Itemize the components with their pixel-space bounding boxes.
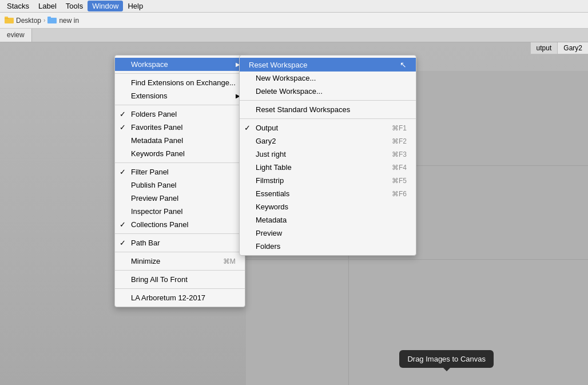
menu-item-preview-panel-label: Preview Panel <box>131 194 178 203</box>
content-area: utput Gary2 Workspace Find Extensions on… <box>0 42 588 385</box>
svg-rect-2 <box>5 17 8 18</box>
window-menu: Workspace Find Extensions on Exchange...… <box>114 55 245 307</box>
topright-tabs: utput Gary2 <box>530 42 588 54</box>
tab-preview[interactable]: eview <box>0 29 32 42</box>
menu-item-bring-all-front[interactable]: Bring All To Front <box>115 273 245 286</box>
menu-item-metadata-panel-label: Metadata Panel <box>131 136 183 145</box>
menu-item-ws-essentials[interactable]: Essentials ⌘F6 <box>240 187 416 200</box>
menu-item-ws-filmstrip-shortcut: ⌘F5 <box>380 177 407 185</box>
menu-item-delete-workspace[interactable]: Delete Workspace... <box>240 85 416 98</box>
menu-sep-1 <box>115 73 245 74</box>
menu-item-folders-panel-label: Folders Panel <box>131 110 177 118</box>
menubar-item-help[interactable]: Help <box>123 1 148 11</box>
workspace-submenu: Reset Workspace ↖ New Workspace... Delet… <box>239 55 416 256</box>
canvas-hline-2 <box>246 259 588 260</box>
menu-item-reset-standard[interactable]: Reset Standard Workspaces <box>240 103 416 116</box>
menu-item-collections-panel[interactable]: Collections Panel <box>115 218 245 231</box>
menu-item-favorites-panel[interactable]: Favorites Panel <box>115 121 245 134</box>
menu-item-ws-keywords-label: Keywords <box>256 203 288 211</box>
menu-item-ws-essentials-label: Essentials <box>256 189 289 198</box>
pathbar-label-newitem: new in <box>59 17 79 25</box>
dropdown-container: Workspace Find Extensions on Exchange...… <box>0 55 245 307</box>
menu-item-filter-panel-label: Filter Panel <box>131 168 169 176</box>
menu-item-workspace[interactable]: Workspace <box>115 58 245 71</box>
menu-item-ws-justright-label: Just right <box>256 150 286 158</box>
menu-item-ws-filmstrip[interactable]: Filmstrip ⌘F5 <box>240 174 416 187</box>
menu-item-extensions[interactable]: Extensions <box>115 89 245 102</box>
menu-item-ws-gary2[interactable]: Gary2 ⌘F2 <box>240 134 416 148</box>
menu-item-minimize-shortcut: ⌘M <box>212 257 236 265</box>
menu-item-ws-folders[interactable]: Folders <box>240 240 416 253</box>
menu-item-find-extensions[interactable]: Find Extensions on Exchange... <box>115 76 245 89</box>
menu-item-extensions-label: Extensions <box>131 92 168 100</box>
folder-icon-newitem <box>47 16 57 25</box>
menu-item-keywords-panel[interactable]: Keywords Panel <box>115 147 245 160</box>
menu-item-bring-all-front-label: Bring All To Front <box>131 275 188 284</box>
menubar-item-label[interactable]: Label <box>34 1 61 11</box>
menubar-item-window[interactable]: Window <box>88 1 123 11</box>
menu-item-folders-panel[interactable]: Folders Panel <box>115 108 245 121</box>
menu-item-reset-workspace-label: Reset Workspace <box>249 61 307 69</box>
menu-item-path-bar[interactable]: Path Bar <box>115 236 245 249</box>
app-container: Stacks Label Tools Window Help Desktop ›… <box>0 0 588 385</box>
menu-item-filter-panel[interactable]: Filter Panel <box>115 165 245 178</box>
menu-item-workspace-label: Workspace <box>131 60 168 69</box>
menu-item-publish-panel-label: Publish Panel <box>131 181 177 189</box>
menu-item-ws-lighttable[interactable]: Light Table ⌘F4 <box>240 161 416 174</box>
menu-item-ws-lighttable-shortcut: ⌘F4 <box>380 164 407 172</box>
pathbar-arrow: › <box>43 17 45 23</box>
menu-sep-2 <box>115 105 245 105</box>
menu-item-ws-output-label: Output <box>256 124 278 132</box>
menu-item-find-extensions-label: Find Extensions on Exchange... <box>131 78 236 87</box>
folder-icon-desktop <box>5 16 14 25</box>
menu-item-reset-standard-label: Reset Standard Workspaces <box>256 105 350 114</box>
menu-item-minimize[interactable]: Minimize ⌘M <box>115 255 245 268</box>
menu-item-ws-gary2-shortcut: ⌘F2 <box>380 137 407 145</box>
menu-sep-6 <box>115 270 245 271</box>
pathbar: Desktop › new in <box>0 13 588 29</box>
menu-item-inspector-panel-label: Inspector Panel <box>131 207 182 216</box>
menu-item-new-workspace[interactable]: New Workspace... <box>240 72 416 85</box>
menu-item-la-arboretum-label: LA Arboretum 12-2017 <box>131 293 205 302</box>
menu-sep-4 <box>115 233 245 234</box>
svg-rect-3 <box>47 18 57 23</box>
svg-rect-4 <box>47 17 51 18</box>
menu-sep-7 <box>115 288 245 289</box>
menu-item-ws-justright[interactable]: Just right ⌘F3 <box>240 148 416 161</box>
drag-images-tooltip: Drag Images to Canvas <box>399 350 494 368</box>
menu-item-keywords-panel-label: Keywords Panel <box>131 149 185 158</box>
menu-item-ws-folders-label: Folders <box>256 242 280 251</box>
menu-item-inspector-panel[interactable]: Inspector Panel <box>115 205 245 218</box>
pathbar-label-desktop: Desktop <box>16 17 41 25</box>
workspace-sep-1 <box>240 100 416 101</box>
workspace-sep-2 <box>240 118 416 119</box>
menu-item-metadata-panel[interactable]: Metadata Panel <box>115 134 245 147</box>
menu-item-ws-preview[interactable]: Preview <box>240 227 416 240</box>
tab-output[interactable]: utput <box>530 42 558 54</box>
menu-item-minimize-label: Minimize <box>131 257 160 265</box>
menu-item-ws-output-shortcut: ⌘F1 <box>380 124 407 132</box>
menu-item-ws-essentials-shortcut: ⌘F6 <box>380 190 407 198</box>
menu-item-ws-keywords[interactable]: Keywords <box>240 200 416 213</box>
menu-sep-3 <box>115 162 245 163</box>
menu-item-preview-panel[interactable]: Preview Panel <box>115 192 245 205</box>
menu-item-ws-filmstrip-label: Filmstrip <box>256 176 284 185</box>
menu-item-favorites-panel-label: Favorites Panel <box>131 123 182 132</box>
menu-item-delete-workspace-label: Delete Workspace... <box>256 87 323 96</box>
menu-item-ws-output[interactable]: Output ⌘F1 <box>240 121 416 134</box>
menu-item-path-bar-label: Path Bar <box>131 239 160 247</box>
cursor-arrow: ↖ <box>400 60 407 69</box>
menu-item-publish-panel[interactable]: Publish Panel <box>115 178 245 192</box>
menu-item-reset-workspace[interactable]: Reset Workspace ↖ <box>240 58 416 72</box>
tabbar: eview <box>0 29 588 42</box>
tab-gary2[interactable]: Gary2 <box>557 42 588 54</box>
menubar-item-stacks[interactable]: Stacks <box>2 1 34 11</box>
menubar-item-tools[interactable]: Tools <box>61 1 88 11</box>
menu-item-new-workspace-label: New Workspace... <box>256 74 316 82</box>
menu-item-ws-lighttable-label: Light Table <box>256 163 292 172</box>
menu-item-la-arboretum[interactable]: LA Arboretum 12-2017 <box>115 291 245 304</box>
menu-item-ws-metadata-label: Metadata <box>256 216 287 224</box>
menubar: Stacks Label Tools Window Help <box>0 0 588 13</box>
menu-item-ws-metadata[interactable]: Metadata <box>240 213 416 227</box>
menu-item-ws-justright-shortcut: ⌘F3 <box>380 150 407 158</box>
